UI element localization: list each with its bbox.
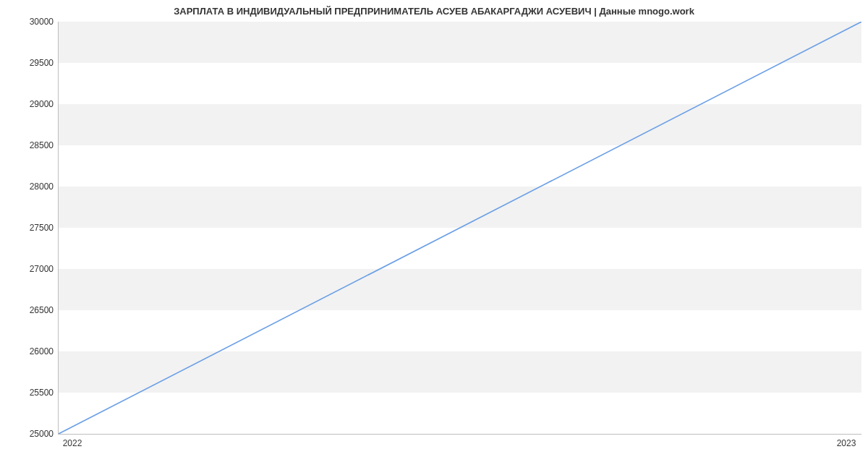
chart-root: ЗАРПЛАТА В ИНДИВИДУАЛЬНЫЙ ПРЕДПРИНИМАТЕЛ… — [0, 0, 868, 470]
y-tick-label: 25000 — [0, 429, 54, 439]
y-tick-label: 28000 — [0, 181, 54, 192]
y-tick-label: 26500 — [0, 305, 54, 315]
chart-title: ЗАРПЛАТА В ИНДИВИДУАЛЬНЫЙ ПРЕДПРИНИМАТЕЛ… — [0, 6, 868, 17]
y-tick-label: 28500 — [0, 140, 54, 150]
y-tick-label: 29500 — [0, 58, 54, 68]
x-tick-label: 2022 — [63, 438, 82, 448]
y-tick-label: 27500 — [0, 223, 54, 233]
plot-area — [58, 22, 861, 435]
y-tick-label: 29000 — [0, 99, 54, 109]
y-tick-label: 30000 — [0, 17, 54, 27]
svg-line-0 — [59, 22, 861, 434]
data-line — [59, 22, 861, 434]
y-tick-label: 25500 — [0, 388, 54, 398]
y-tick-label: 26000 — [0, 346, 54, 356]
x-tick-label: 2023 — [837, 438, 856, 448]
y-tick-label: 27000 — [0, 264, 54, 274]
